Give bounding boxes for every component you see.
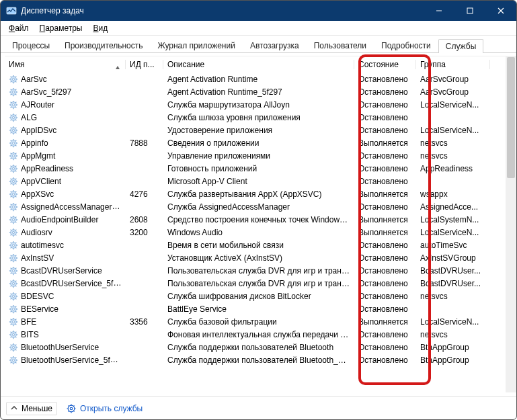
open-services-link[interactable]: Открыть службы — [67, 404, 143, 413]
service-gear-icon — [9, 241, 18, 250]
svg-line-154 — [15, 255, 16, 256]
service-state: Остановлено — [354, 266, 416, 276]
svg-line-14 — [15, 77, 16, 77]
svg-point-56 — [12, 142, 14, 144]
service-row[interactable]: AxInstSVУстановщик ActiveX (AxInstSV)Ост… — [5, 251, 512, 264]
svg-line-24 — [15, 89, 16, 90]
service-state: Остановлено — [354, 343, 416, 352]
service-row[interactable]: AarSvc_5f297Agent Activation Runtime_5f2… — [5, 85, 512, 98]
svg-line-62 — [15, 145, 16, 146]
column-description[interactable]: Описание — [163, 60, 354, 69]
service-description: Сведения о приложении — [163, 138, 354, 148]
tab-users[interactable]: Пользователи — [307, 38, 374, 52]
svg-line-72 — [15, 158, 16, 159]
service-name: autotimesvc — [21, 241, 64, 250]
svg-line-174 — [15, 281, 16, 282]
service-description: Служба поддержки пользователей Bluetooth — [163, 343, 354, 352]
service-row[interactable]: BEServiceBattlEye ServiceОстановлено — [5, 302, 512, 315]
svg-line-143 — [11, 247, 11, 248]
svg-line-52 — [15, 132, 16, 133]
service-row[interactable]: BFE3356Служба базовой фильтрацииВыполняе… — [5, 315, 512, 328]
svg-line-123 — [11, 222, 11, 222]
service-row[interactable]: AppXSvc4276Служба развертывания AppX (Ap… — [5, 187, 512, 200]
menu-file[interactable]: Файл — [3, 22, 34, 34]
svg-point-96 — [12, 193, 14, 195]
svg-line-232 — [15, 362, 16, 363]
service-name: BluetoothUserService — [21, 343, 99, 352]
service-gear-icon — [9, 164, 18, 173]
service-name: BcastDVRUserService — [21, 266, 102, 276]
service-group: netsvcs — [416, 330, 490, 339]
scrollbar-thumb[interactable] — [507, 57, 515, 178]
tab-apphistory[interactable]: Журнал приложений — [151, 38, 243, 52]
service-gear-icon — [9, 330, 18, 339]
service-row[interactable]: autotimesvcВремя в сети мобильной связиО… — [5, 239, 512, 251]
service-group: LocalServiceN... — [416, 126, 490, 135]
svg-line-94 — [15, 179, 16, 179]
service-row[interactable]: BcastDVRUserService_5f297Пользовательска… — [5, 277, 512, 290]
column-state[interactable]: Состояние — [354, 60, 416, 69]
service-gear-icon — [9, 292, 18, 301]
service-row[interactable]: AppIDSvcУдостоверение приложенияОстановл… — [5, 124, 512, 136]
vertical-scrollbar[interactable] — [506, 56, 516, 392]
service-row[interactable]: Appinfo7888Сведения о приложенииВыполняе… — [5, 136, 512, 149]
service-row[interactable]: AppVClientMicrosoft App-V ClientОстановл… — [5, 175, 512, 187]
svg-point-156 — [12, 269, 14, 271]
service-row[interactable]: BluetoothUserServiceСлужба поддержки пол… — [5, 341, 512, 353]
svg-point-176 — [12, 295, 14, 297]
service-row[interactable]: AssignedAccessManagerSvcСлужба AssignedA… — [5, 200, 512, 213]
menu-options[interactable]: Параметры — [34, 22, 88, 34]
column-group[interactable]: Группа — [416, 60, 490, 69]
svg-line-184 — [15, 294, 16, 294]
service-name: ALG — [21, 113, 37, 122]
svg-point-146 — [12, 257, 14, 259]
tab-startup[interactable]: Автозагрузка — [243, 38, 307, 52]
service-row[interactable]: BITSФоновая интеллектуальная служба пере… — [5, 328, 512, 341]
svg-line-93 — [11, 183, 11, 184]
service-row[interactable]: BcastDVRUserServiceПользовательская служ… — [5, 264, 512, 277]
service-row[interactable]: AarSvcAgent Activation RuntimeОстановлен… — [5, 73, 512, 85]
svg-line-181 — [11, 294, 11, 294]
service-gear-icon — [9, 355, 18, 365]
service-row[interactable]: BluetoothUserService_5f297Служба поддерж… — [5, 353, 512, 366]
service-row[interactable]: AppMgmtУправление приложениямиОстановлен… — [5, 149, 512, 162]
gear-icon — [67, 404, 76, 413]
minimize-button[interactable] — [424, 1, 454, 21]
service-group: LocalSystemN... — [416, 215, 490, 224]
tab-performance[interactable]: Производительность — [57, 38, 150, 52]
svg-line-183 — [11, 298, 11, 299]
service-gear-icon — [9, 190, 18, 199]
column-pid[interactable]: ИД п... — [126, 60, 163, 69]
service-row[interactable]: Audiosrv3200Windows AudioВыполняетсяLoca… — [5, 226, 512, 239]
column-name[interactable]: Имя — [5, 60, 126, 69]
maximize-button[interactable] — [454, 1, 485, 21]
service-row[interactable]: AppReadinessГотовность приложенийОстанов… — [5, 162, 512, 175]
service-row[interactable]: ALGСлужба шлюза уровня приложенияОстанов… — [5, 111, 512, 124]
taskmgr-icon — [6, 5, 17, 16]
svg-line-111 — [11, 204, 11, 205]
service-state: Остановлено — [354, 279, 416, 288]
svg-line-41 — [11, 115, 11, 116]
service-name: BITS — [21, 330, 39, 339]
service-state: Остановлено — [354, 355, 416, 365]
service-row[interactable]: AJRouterСлужба маршрутизатора AllJoynОст… — [5, 98, 512, 111]
svg-line-84 — [15, 166, 16, 167]
svg-line-91 — [11, 179, 11, 179]
service-name: AppIDSvc — [21, 126, 56, 135]
service-description: Служба поддержки пользователей Bluetooth… — [163, 355, 354, 365]
tab-processes[interactable]: Процессы — [5, 38, 57, 52]
tab-details[interactable]: Подробности — [374, 38, 438, 52]
menu-view[interactable]: Вид — [87, 22, 113, 34]
service-name: AppVClient — [21, 177, 61, 186]
tab-services[interactable]: Службы — [438, 39, 483, 53]
service-row[interactable]: AudioEndpointBuilder2608Средство построе… — [5, 213, 512, 226]
fewer-details-button[interactable]: Меньше — [6, 402, 57, 415]
service-state: Остановлено — [354, 304, 416, 314]
svg-line-113 — [11, 209, 11, 210]
service-row[interactable]: BDESVCСлужба шифрования дисков BitLocker… — [5, 290, 512, 302]
service-pid: 7888 — [126, 138, 163, 148]
service-gear-icon — [9, 279, 18, 288]
service-state: Остановлено — [354, 253, 416, 263]
close-button[interactable] — [485, 1, 516, 21]
column-headers: Имя ИД п... Описание Состояние Группа — [5, 56, 512, 73]
